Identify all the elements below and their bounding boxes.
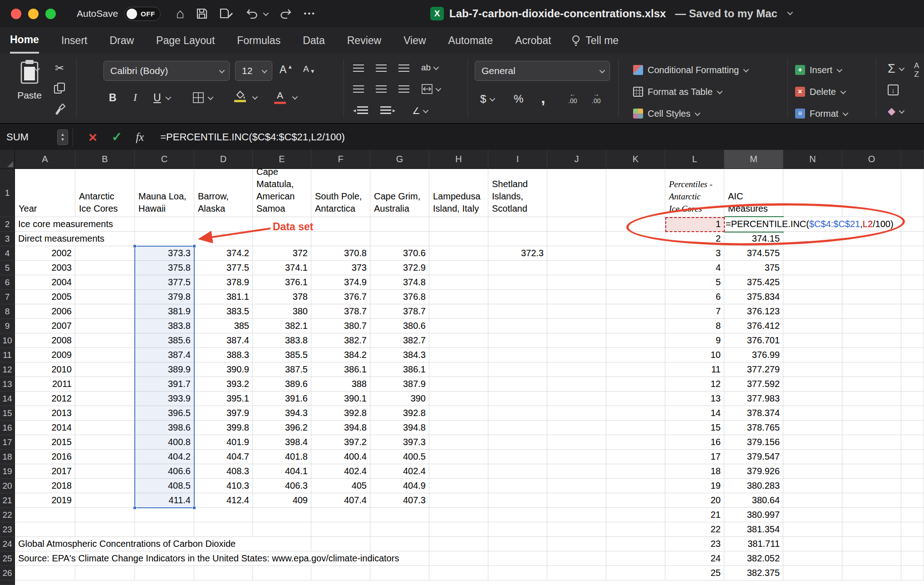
cell-K23[interactable]: [606, 522, 665, 537]
row-header-13[interactable]: 13: [0, 377, 15, 392]
cell-N1[interactable]: [783, 169, 842, 217]
cell-A20[interactable]: 2018: [15, 479, 75, 493]
cell-H8[interactable]: [429, 304, 488, 319]
cell-F21[interactable]: 407.4: [311, 493, 370, 508]
confirm-entry-button[interactable]: ✓: [112, 129, 122, 144]
cell-D2[interactable]: [194, 217, 253, 232]
cell-I21[interactable]: [488, 493, 547, 508]
row-header-8[interactable]: 8: [0, 304, 15, 319]
cell-M20[interactable]: 380.283: [724, 479, 783, 493]
cell-D13[interactable]: 393.2: [194, 377, 253, 392]
column-header-O[interactable]: O: [842, 150, 901, 169]
cell-I1[interactable]: Shetland Islands, Scotland: [488, 169, 547, 217]
cell-K9[interactable]: [606, 319, 665, 333]
cell-B21[interactable]: [75, 493, 135, 508]
cell-H24[interactable]: [429, 537, 488, 551]
cell-L16[interactable]: 15: [665, 421, 724, 435]
cell-H6[interactable]: [429, 275, 488, 290]
row-header-23[interactable]: 23: [0, 522, 15, 537]
cell-D23[interactable]: [194, 522, 253, 537]
cell-I22[interactable]: [488, 508, 547, 522]
cell-L15[interactable]: 14: [665, 406, 724, 421]
cell-K1[interactable]: [606, 169, 665, 217]
cell-E12[interactable]: 387.5: [253, 362, 311, 377]
cell-A9[interactable]: 2007: [15, 319, 75, 333]
cell-D26[interactable]: [194, 566, 253, 580]
cell-M11[interactable]: 376.99: [724, 348, 783, 362]
zoom-button[interactable]: [45, 9, 56, 19]
cell-A5[interactable]: 2003: [15, 261, 75, 275]
cell-K10[interactable]: [606, 333, 665, 348]
cell-E11[interactable]: 385.5: [253, 348, 311, 362]
cell-D20[interactable]: 410.3: [194, 479, 253, 493]
wrap-text-button[interactable]: ab: [421, 63, 437, 73]
cell-L4[interactable]: 3: [665, 246, 724, 261]
cell-O25[interactable]: [842, 551, 901, 566]
cell-I11[interactable]: [488, 348, 547, 362]
cell-O3[interactable]: [842, 232, 901, 246]
cell-M8[interactable]: 376.123: [724, 304, 783, 319]
formula-edit-text[interactable]: =PERCENTILE.INC($C$4:$C$21,L2/100): [724, 218, 897, 231]
cell-K26[interactable]: [606, 566, 665, 580]
cell-I8[interactable]: [488, 304, 547, 319]
cell-C26[interactable]: [135, 566, 194, 580]
cell-M22[interactable]: 380.997: [724, 508, 783, 522]
cell-D9[interactable]: 385: [194, 319, 253, 333]
cell-B9[interactable]: [75, 319, 135, 333]
selection-handle-tr[interactable]: [192, 244, 196, 248]
cell-N25[interactable]: [783, 551, 842, 566]
cell-A17[interactable]: 2015: [15, 435, 75, 450]
cell-K2[interactable]: [606, 217, 665, 232]
cell-H3[interactable]: [429, 232, 488, 246]
cell-F12[interactable]: 386.1: [311, 362, 370, 377]
cell-J21[interactable]: [547, 493, 606, 508]
cell-A19[interactable]: 2017: [15, 464, 75, 479]
cell-D15[interactable]: 397.9: [194, 406, 253, 421]
cell-F9[interactable]: 380.7: [311, 319, 370, 333]
cell-L12[interactable]: 11: [665, 362, 724, 377]
cell-J4[interactable]: [547, 246, 606, 261]
cell-J5[interactable]: [547, 261, 606, 275]
cell-J9[interactable]: [547, 319, 606, 333]
cell-L25[interactable]: 24: [665, 551, 724, 566]
cell-E8[interactable]: 380: [253, 304, 311, 319]
increase-indent-button[interactable]: ▸: [380, 106, 395, 114]
cell-M9[interactable]: 376.412: [724, 319, 783, 333]
cell-K18[interactable]: [606, 450, 665, 464]
cell-L19[interactable]: 18: [665, 464, 724, 479]
cell-I5[interactable]: [488, 261, 547, 275]
align-right-button[interactable]: [398, 85, 409, 93]
cell-K13[interactable]: [606, 377, 665, 392]
cell-K22[interactable]: [606, 508, 665, 522]
row-header-21[interactable]: 21: [0, 493, 15, 508]
title-dropdown-icon[interactable]: [787, 9, 793, 15]
cell-H13[interactable]: [429, 377, 488, 392]
cancel-entry-button[interactable]: ×: [88, 130, 97, 144]
column-header-M[interactable]: M: [724, 150, 783, 169]
cell-F19[interactable]: 402.4: [311, 464, 370, 479]
cell-M26[interactable]: 382.375: [724, 566, 783, 580]
cell-H9[interactable]: [429, 319, 488, 333]
row-header-15[interactable]: 15: [0, 406, 15, 421]
cell-I24[interactable]: [488, 537, 547, 551]
cell-N3[interactable]: [783, 232, 842, 246]
column-header-I[interactable]: I: [488, 150, 547, 169]
cell-G16[interactable]: 394.8: [370, 421, 429, 435]
more-commands-icon[interactable]: •••: [304, 9, 316, 18]
cell-I25[interactable]: [488, 551, 547, 566]
currency-button[interactable]: $: [480, 93, 494, 105]
cell-C2[interactable]: [135, 217, 194, 232]
cell-H4[interactable]: [429, 246, 488, 261]
cell-M24[interactable]: 381.711: [724, 537, 783, 551]
cell-O12[interactable]: [842, 362, 901, 377]
font-size-select[interactable]: 12: [235, 61, 272, 81]
cell-H7[interactable]: [429, 290, 488, 304]
cell-B5[interactable]: [75, 261, 135, 275]
cell-L22[interactable]: 21: [665, 508, 724, 522]
cell-E22[interactable]: [253, 508, 311, 522]
cell-A3[interactable]: Direct measurements: [15, 232, 135, 246]
cell-H25[interactable]: [429, 551, 488, 566]
cell-J22[interactable]: [547, 508, 606, 522]
row-header-27[interactable]: [0, 580, 15, 585]
cell-F2[interactable]: [311, 217, 370, 232]
